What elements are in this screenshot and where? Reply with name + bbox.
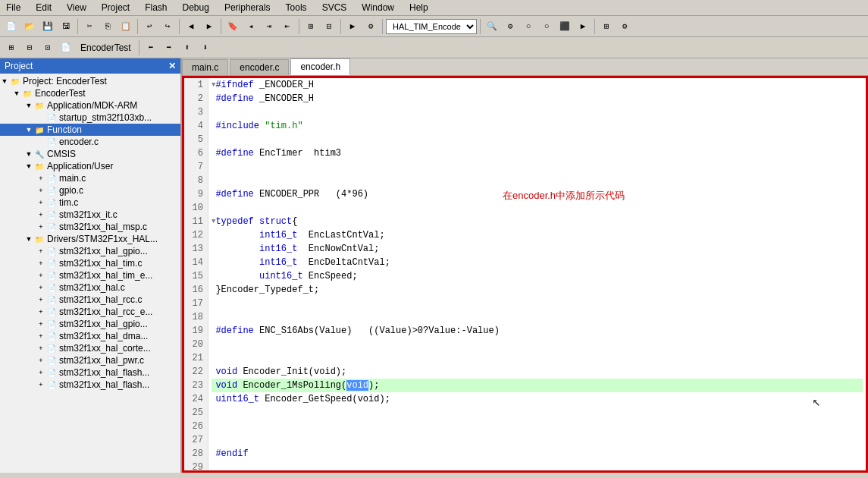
tree-item-25[interactable]: +📄stm32f1xx_hal_flash... (0, 379, 180, 391)
tb2-btn6[interactable]: ➡ (161, 39, 177, 56)
menu-tools[interactable]: Tools (283, 2, 310, 14)
expand-icon-19[interactable]: + (36, 308, 45, 316)
code-line-22[interactable]: void Encoder_Init(void); (212, 365, 863, 379)
tree-item-23[interactable]: +📄stm32f1xx_hal_pwr.c (0, 354, 180, 366)
expand-icon-23[interactable]: + (36, 357, 45, 364)
settings-btn[interactable]: ⚙ (502, 18, 519, 35)
expand-icon-24[interactable]: + (36, 369, 45, 376)
expand-icon-11[interactable]: + (36, 211, 45, 219)
code-line-6[interactable]: #define EncTimer htim3 (212, 146, 863, 160)
expand-icon-10[interactable]: + (36, 199, 45, 206)
code-line-14[interactable]: int16_t EncDeltaCntVal; (212, 256, 863, 269)
code-line-10[interactable] (212, 201, 863, 215)
tree-item-22[interactable]: +📄stm32f1xx_hal_corte... (0, 342, 180, 354)
extra1-btn[interactable]: ⊞ (598, 18, 615, 35)
expand-icon-1[interactable]: ▼ (12, 90, 21, 97)
tree-item-1[interactable]: ▼📁EncoderTest (0, 87, 180, 99)
code-line-3[interactable] (212, 105, 863, 119)
menu-svcs[interactable]: SVCS (319, 2, 350, 14)
project-tree[interactable]: ▼📁Project: EncoderTest ▼📁EncoderTest ▼📁A… (0, 74, 180, 473)
expand-icon-15[interactable]: + (36, 259, 45, 267)
expand-icon-8[interactable]: + (36, 175, 45, 182)
code-line-4[interactable]: #include "tim.h" (212, 119, 863, 133)
code-line-11[interactable]: ▼typedef struct{ (212, 215, 863, 228)
code-lines[interactable]: ▼#ifndef _ENCODER_H #define _ENCODER_H #… (208, 78, 866, 473)
stop-btn[interactable]: ⬛ (556, 18, 573, 35)
code-line-16[interactable]: }Encoder_Typedef_t; (212, 283, 863, 297)
code-line-1[interactable]: ▼#ifndef _ENCODER_H (212, 78, 863, 92)
code-line-23[interactable]: void Encoder_1MsPolling(void); (212, 379, 863, 392)
indent-btn[interactable]: ⇥ (261, 18, 277, 35)
expand-icon-9[interactable]: + (36, 187, 45, 194)
expand-icon-6[interactable]: ▼ (24, 150, 33, 158)
tab-encoder-h[interactable]: encoder.h (290, 58, 350, 75)
tree-item-5[interactable]: 📄encoder.c (0, 136, 180, 148)
cut-btn[interactable]: ✂ (81, 18, 98, 35)
new-btn[interactable]: 📄 (3, 18, 20, 35)
bookmark-btn[interactable]: 🔖 (224, 18, 241, 35)
open-btn[interactable]: 📂 (21, 18, 38, 35)
paste-btn[interactable]: 📋 (118, 18, 134, 35)
expand-icon-2[interactable]: ▼ (24, 102, 33, 109)
expand-icon-13[interactable]: ▼ (24, 235, 33, 243)
code-line-21[interactable] (212, 351, 863, 365)
code-line-26[interactable] (212, 420, 863, 433)
tb2-btn7[interactable]: ⬆ (179, 39, 196, 56)
expand-icon-25[interactable]: + (36, 381, 45, 388)
tb2-btn4[interactable]: 📄 (58, 39, 74, 56)
tree-item-18[interactable]: +📄stm32f1xx_hal_rcc.c (0, 294, 180, 306)
tab-encoder-c[interactable]: encoder.c (230, 59, 289, 75)
code-line-25[interactable] (212, 406, 863, 420)
code-line-19[interactable]: #define ENC_S16Abs(Value) ((Value)>0?Val… (212, 324, 863, 338)
expand-icon-18[interactable]: + (36, 296, 45, 303)
tb2-btn3[interactable]: ⊡ (39, 39, 56, 56)
expand-icon-17[interactable]: + (36, 284, 45, 291)
undo-btn[interactable]: ↩ (141, 18, 158, 35)
tb2-btn2[interactable]: ⊟ (21, 39, 38, 56)
tree-item-21[interactable]: +📄stm32f1xx_hal_dma... (0, 330, 180, 342)
unindent-btn[interactable]: ⇤ (279, 18, 296, 35)
panel-close-btn[interactable]: ✕ (168, 61, 176, 71)
tree-item-16[interactable]: +📄stm32f1xx_hal_tim_e... (0, 269, 180, 281)
code-line-5[interactable] (212, 133, 863, 146)
tree-item-13[interactable]: ▼📁Drivers/STM32F1xx_HAL... (0, 233, 180, 245)
col2-btn[interactable]: ⊟ (321, 18, 337, 35)
expand-icon-20[interactable]: + (36, 320, 45, 328)
tree-item-11[interactable]: +📄stm32f1xx_it.c (0, 209, 180, 221)
copy-btn[interactable]: ⎘ (99, 18, 116, 35)
menu-file[interactable]: File (3, 2, 24, 14)
redo-btn[interactable]: ↪ (159, 18, 176, 35)
code-line-7[interactable] (212, 160, 863, 174)
tb2-btn5[interactable]: ⬅ (143, 39, 159, 56)
code-line-27[interactable] (212, 433, 863, 447)
menu-flash[interactable]: Flash (142, 2, 170, 14)
code-line-20[interactable] (212, 338, 863, 351)
tree-item-8[interactable]: +📄main.c (0, 172, 180, 184)
code-line-17[interactable] (212, 297, 863, 310)
tab-main-c[interactable]: main.c (182, 59, 228, 75)
code-line-12[interactable]: int16_t EncLastCntVal; (212, 228, 863, 242)
menu-debug[interactable]: Debug (180, 2, 212, 14)
tree-item-6[interactable]: ▼🔧CMSIS (0, 148, 180, 160)
code-line-2[interactable]: #define _ENCODER_H (212, 92, 863, 105)
expand-icon-16[interactable]: + (36, 272, 45, 279)
tree-item-4[interactable]: ▼📁Function (0, 124, 180, 136)
tree-item-0[interactable]: ▼📁Project: EncoderTest (0, 75, 180, 87)
tree-item-17[interactable]: +📄stm32f1xx_hal.c (0, 281, 180, 294)
rebuild-btn[interactable]: ⚙ (362, 18, 379, 35)
menu-peripherals[interactable]: Peripherals (221, 2, 274, 14)
expand-icon-12[interactable]: + (36, 223, 45, 231)
code-line-13[interactable]: int16_t EncNowCntVal; (212, 242, 863, 256)
bookmark-prev-btn[interactable]: ◂ (243, 18, 259, 35)
expand-icon-22[interactable]: + (36, 344, 45, 352)
tree-item-19[interactable]: +📄stm32f1xx_hal_rcc_e... (0, 306, 180, 318)
tree-item-20[interactable]: +📄stm32f1xx_hal_gpio... (0, 318, 180, 330)
code-line-28[interactable]: #endif (212, 447, 863, 461)
search-btn[interactable]: 🔍 (484, 18, 500, 35)
build-btn[interactable]: ▶ (344, 18, 361, 35)
code-line-15[interactable]: uint16_t EncSpeed; (212, 269, 863, 283)
tree-item-3[interactable]: 📄startup_stm32f103xb... (0, 112, 180, 124)
tree-item-9[interactable]: +📄gpio.c (0, 184, 180, 197)
save-all-btn[interactable]: 🖫 (58, 18, 74, 35)
tb2-btn1[interactable]: ⊞ (3, 39, 20, 56)
